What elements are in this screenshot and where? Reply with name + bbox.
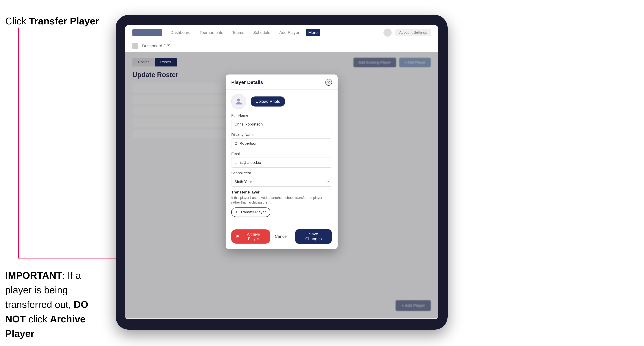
save-changes-button[interactable]: Save Changes (295, 229, 332, 244)
transfer-section-description: If this player has moved to another scho… (231, 195, 332, 205)
transfer-player-button[interactable]: ↻ Transfer Player (231, 207, 270, 217)
transfer-section-title: Transfer Player (231, 190, 332, 194)
school-year-group: School Year Sixth Year First Year Second… (231, 171, 332, 186)
school-year-label: School Year (231, 171, 332, 175)
display-name-label: Display Name (231, 133, 332, 137)
display-name-group: Display Name (231, 133, 332, 149)
archive-icon: ⚑ (236, 234, 239, 239)
email-group: Email (231, 152, 332, 168)
cancel-button[interactable]: Cancel (270, 231, 292, 242)
app-header: Dashboard Tournaments Teams Schedule Add… (125, 25, 438, 40)
archive-player-button[interactable]: ⚑ Archive Player (231, 229, 270, 244)
app-logo (132, 29, 162, 36)
nav-item-schedule[interactable]: Schedule (251, 29, 273, 36)
nav-item-teams[interactable]: Teams (230, 29, 247, 36)
annotation-vertical-line (18, 27, 19, 258)
archive-label: Archive Player (241, 232, 266, 241)
transfer-player-label: Transfer Player (240, 210, 266, 214)
instruction-top-bold: Transfer Player (29, 16, 99, 26)
account-settings-link[interactable]: Account Settings (396, 29, 431, 36)
instruction-bottom: IMPORTANT: If a player is being transfer… (5, 268, 110, 341)
nav-item-more[interactable]: More (306, 29, 320, 36)
footer-right-actions: Cancel Save Changes (270, 229, 332, 244)
player-details-modal: Player Details × Upload Photo (226, 74, 338, 249)
transfer-icon: ↻ (236, 210, 238, 214)
school-year-select[interactable]: Sixth Year First Year Second Year Third … (231, 177, 332, 186)
instruction-body2: click (26, 314, 50, 324)
photo-upload-row: Upload Photo (231, 94, 332, 109)
upload-photo-button[interactable]: Upload Photo (251, 96, 285, 107)
sub-header-icon (132, 43, 138, 49)
nav-item-dashboard[interactable]: Dashboard (168, 29, 193, 36)
modal-overlay: Player Details × Upload Photo (125, 52, 438, 319)
nav-item-add-player[interactable]: Add Player (276, 29, 302, 36)
photo-placeholder (231, 94, 246, 109)
modal-title: Player Details (231, 80, 263, 85)
instruction-top-prefix: Click (5, 16, 29, 26)
tablet-device: Dashboard Tournaments Teams Schedule Add… (116, 15, 448, 330)
modal-close-button[interactable]: × (325, 79, 332, 86)
modal-footer: ⚑ Archive Player Cancel Save Changes (226, 225, 338, 249)
sub-header-label: Dashboard (17) (142, 44, 171, 48)
email-input[interactable] (231, 158, 332, 168)
sub-header: Dashboard (17) (125, 40, 438, 52)
instruction-important: IMPORTANT (5, 270, 62, 281)
full-name-group: Full Name (231, 113, 332, 129)
instruction-top: Click Transfer Player (5, 15, 99, 27)
nav-bar: Dashboard Tournaments Teams Schedule Add… (168, 29, 378, 36)
person-icon (235, 98, 242, 105)
email-label: Email (231, 152, 332, 156)
modal-body: Upload Photo Full Name Display Name (226, 90, 338, 225)
user-avatar (384, 28, 392, 37)
transfer-player-section: Transfer Player If this player has moved… (231, 190, 332, 217)
header-right: Account Settings (384, 28, 431, 37)
full-name-input[interactable] (231, 119, 332, 129)
display-name-input[interactable] (231, 138, 332, 149)
modal-header: Player Details × (226, 74, 338, 90)
tablet-screen: Dashboard Tournaments Teams Schedule Add… (125, 25, 438, 319)
content-area: Roster Roster Update Roster Add Existing… (125, 52, 438, 319)
nav-item-tournaments[interactable]: Tournaments (197, 29, 226, 36)
full-name-label: Full Name (231, 113, 332, 118)
